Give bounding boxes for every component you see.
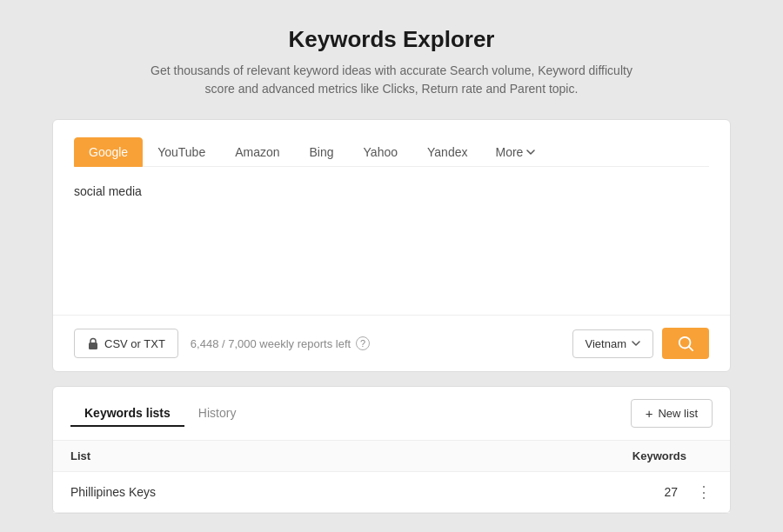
search-button[interactable]: [662, 328, 709, 359]
svg-rect-0: [89, 342, 97, 349]
tab-yahoo[interactable]: Yahoo: [349, 137, 412, 167]
bottom-card: Keywords lists History + New list List K…: [52, 386, 731, 514]
country-chevron-icon: [632, 341, 640, 346]
page-subtitle: Get thousands of relevant keyword ideas …: [148, 62, 635, 98]
csv-btn-label: CSV or TXT: [104, 337, 165, 350]
search-icon: [678, 336, 693, 351]
keyword-input[interactable]: social media: [74, 181, 709, 294]
main-card: Google YouTube Amazon Bing Yahoo Yandex …: [52, 119, 731, 372]
help-icon[interactable]: ?: [356, 336, 370, 350]
row-actions-menu[interactable]: ⋮: [695, 482, 713, 502]
tabs-row: Google YouTube Amazon Bing Yahoo Yandex …: [74, 137, 709, 167]
bottom-tabs: Keywords lists History: [70, 401, 250, 427]
page-title: Keywords Explorer: [148, 26, 635, 53]
col-keywords-header: Keywords: [632, 449, 686, 462]
plus-icon: +: [646, 406, 653, 421]
tab-history[interactable]: History: [184, 401, 251, 427]
country-label: Vietnam: [586, 337, 626, 350]
header-section: Keywords Explorer Get thousands of relev…: [148, 26, 635, 98]
tab-amazon[interactable]: Amazon: [220, 137, 294, 167]
tab-google[interactable]: Google: [74, 137, 143, 167]
new-list-button[interactable]: + New list: [631, 399, 713, 428]
csv-button[interactable]: CSV or TXT: [74, 329, 178, 358]
tab-bing[interactable]: Bing: [295, 137, 349, 167]
tab-youtube[interactable]: YouTube: [143, 137, 220, 167]
search-section: Google YouTube Amazon Bing Yahoo Yandex …: [53, 120, 730, 315]
table-header: List Keywords: [53, 441, 730, 472]
footer-left: CSV or TXT 6,448 / 7,000 weekly reports …: [74, 329, 370, 358]
new-list-label: New list: [658, 407, 698, 420]
tab-more-label: More: [495, 145, 523, 159]
tab-yandex[interactable]: Yandex: [412, 137, 482, 167]
tab-keywords-lists[interactable]: Keywords lists: [70, 401, 184, 427]
table-row[interactable]: Phillipines Keys 27 ⋮: [53, 472, 730, 513]
page-wrapper: Keywords Explorer Get thousands of relev…: [0, 0, 783, 532]
bottom-header: Keywords lists History + New list: [53, 387, 730, 441]
search-footer: CSV or TXT 6,448 / 7,000 weekly reports …: [53, 315, 730, 371]
row-keywords-count: 27: [664, 485, 678, 499]
chevron-down-icon: [526, 150, 535, 155]
col-list-header: List: [70, 449, 632, 462]
weekly-reports: 6,448 / 7,000 weekly reports left ?: [191, 336, 370, 350]
row-list-name: Phillipines Keys: [70, 485, 664, 499]
country-selector[interactable]: Vietnam: [572, 329, 653, 358]
weekly-reports-text: 6,448 / 7,000 weekly reports left: [191, 337, 351, 350]
lock-icon: [87, 336, 99, 350]
tab-more[interactable]: More: [482, 137, 548, 167]
footer-right: Vietnam: [572, 328, 709, 359]
